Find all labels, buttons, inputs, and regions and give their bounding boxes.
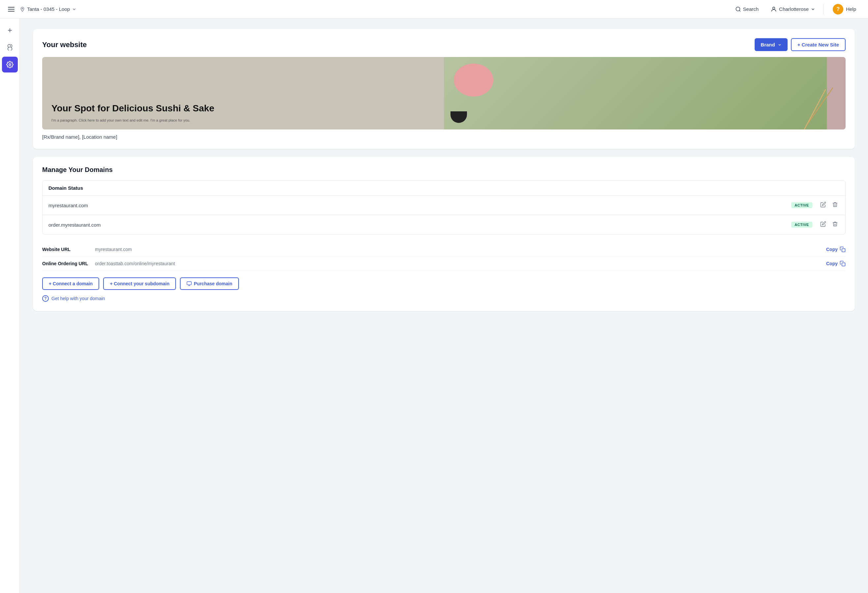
main-content: Your website Brand + Create New Site You… — [20, 18, 868, 593]
preview-headline: Your Spot for Delicious Sushi & Sake — [52, 103, 435, 114]
domain-actions-1 — [819, 200, 839, 210]
domain-table: Domain Status myrestaurant.com ACTIVE — [42, 180, 846, 235]
domains-card: Manage Your Domains Domain Status myrest… — [33, 157, 855, 311]
copy-icon — [840, 261, 846, 267]
monitor-icon — [186, 281, 192, 286]
help-button[interactable]: ? Help — [827, 2, 861, 16]
action-buttons: + Connect a domain + Connect your subdom… — [42, 277, 846, 290]
svg-rect-8 — [842, 263, 845, 266]
website-card: Your website Brand + Create New Site You… — [33, 29, 855, 149]
brand-button[interactable]: Brand — [754, 38, 787, 51]
delete-domain-1-button[interactable] — [831, 200, 839, 210]
brain-icon — [6, 44, 13, 51]
sidebar-item-add[interactable] — [2, 22, 18, 38]
trash-icon — [832, 221, 838, 227]
card-actions: Brand + Create New Site — [754, 38, 846, 51]
location-pin-icon — [20, 7, 25, 12]
user-chevron-icon — [810, 7, 815, 12]
purchase-domain-button[interactable]: Purchase domain — [180, 277, 239, 290]
sidebar-item-settings[interactable] — [2, 57, 18, 72]
svg-point-1 — [736, 7, 740, 11]
connect-domain-button[interactable]: + Connect a domain — [42, 277, 99, 290]
domain-status-1: ACTIVE — [791, 202, 812, 208]
svg-rect-7 — [842, 249, 845, 252]
website-preview[interactable]: Your Spot for Delicious Sushi & Sake I'm… — [42, 57, 846, 130]
location-selector[interactable]: Tanta - 0345 - Loop — [20, 6, 77, 12]
edit-domain-2-button[interactable] — [819, 220, 827, 230]
copy-website-url-button[interactable]: Copy — [826, 246, 846, 252]
help-badge: ? — [833, 4, 843, 15]
connect-subdomain-button[interactable]: + Connect your subdomain — [103, 277, 176, 290]
menu-icon[interactable] — [7, 6, 16, 13]
preview-subtitle: I'm a paragraph. Click here to add your … — [52, 118, 435, 123]
domain-name-2: order.myrestaurant.com — [49, 222, 791, 228]
online-url-value: order.toasttab.com/online/myrestaurant — [95, 261, 826, 266]
user-icon — [771, 6, 777, 13]
website-card-title: Your website — [42, 41, 87, 49]
sidebar — [0, 18, 20, 593]
trash-icon — [832, 202, 838, 208]
preview-side-panel — [827, 57, 846, 130]
svg-rect-9 — [187, 282, 192, 285]
preview-left-panel: Your Spot for Delicious Sushi & Sake I'm… — [42, 57, 444, 130]
copy-icon — [840, 246, 846, 252]
svg-point-6 — [9, 63, 11, 66]
topnav: Tanta - 0345 - Loop Search Charlotterose… — [0, 0, 868, 18]
svg-point-3 — [773, 7, 775, 9]
domain-row: order.myrestaurant.com ACTIVE — [43, 215, 845, 234]
delete-domain-2-button[interactable] — [831, 220, 839, 230]
copy-online-url-button[interactable]: Copy — [826, 261, 846, 267]
chevron-down-icon — [72, 7, 77, 12]
website-url-row: Website URL myrestaurant.com Copy — [42, 242, 846, 257]
preview-right-panel — [444, 57, 846, 130]
help-circle-icon: ? — [42, 295, 49, 302]
settings-icon — [6, 61, 13, 68]
brand-chevron-icon — [778, 43, 782, 47]
edit-icon — [820, 221, 826, 227]
create-new-site-button[interactable]: + Create New Site — [791, 38, 846, 51]
domain-table-header: Domain Status — [43, 180, 845, 196]
domain-actions-2 — [819, 220, 839, 230]
website-card-header: Your website Brand + Create New Site — [42, 38, 846, 51]
plate-decoration — [454, 63, 493, 96]
nav-divider — [823, 4, 824, 15]
domain-name-1: myrestaurant.com — [49, 203, 791, 208]
search-icon — [735, 6, 741, 12]
search-button[interactable]: Search — [731, 4, 763, 14]
sidebar-item-brain[interactable] — [2, 40, 18, 55]
help-domain-link[interactable]: ? Get help with your domain — [42, 295, 846, 302]
website-url-label: Website URL — [42, 247, 95, 252]
domain-status-2: ACTIVE — [791, 222, 812, 228]
svg-point-0 — [22, 8, 23, 9]
sauce-bowl-decoration — [450, 111, 467, 123]
user-menu[interactable]: Charlotterose — [766, 4, 819, 15]
website-url-value: myrestaurant.com — [95, 247, 826, 252]
domains-section-title: Manage Your Domains — [42, 166, 846, 174]
online-url-row: Online Ordering URL order.toasttab.com/o… — [42, 257, 846, 271]
plus-icon — [7, 27, 13, 34]
website-location-label: [Rx/Brand name], [Location name] — [42, 134, 846, 140]
domain-row: myrestaurant.com ACTIVE — [43, 196, 845, 215]
edit-domain-1-button[interactable] — [819, 200, 827, 210]
edit-icon — [820, 202, 826, 208]
online-url-label: Online Ordering URL — [42, 261, 95, 266]
svg-line-2 — [739, 10, 740, 11]
chopstick-2-decoration — [803, 89, 826, 130]
preview-image — [444, 57, 827, 130]
